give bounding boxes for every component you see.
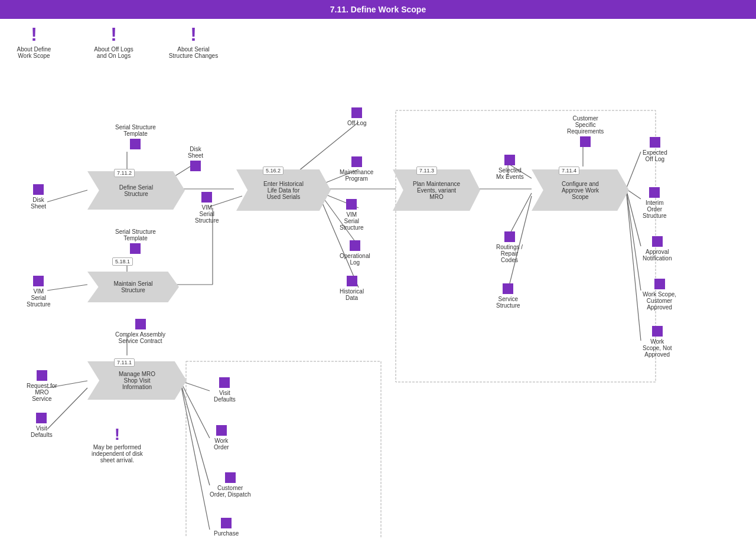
visit-defaults-left-node: VisitDefaults	[31, 413, 53, 438]
interim-order-node: InterimOrderStructure	[643, 187, 667, 219]
svg-line-30	[180, 381, 210, 438]
maintain-serial-shape[interactable]: Maintain SerialStructure	[87, 272, 179, 302]
exclamation-icon-1: !	[31, 25, 37, 44]
legend-area: ! About DefineWork Scope ! About Off Log…	[6, 25, 221, 59]
plan-maintenance-label: Plan MaintenanceEvents, variantMRO	[413, 181, 460, 200]
vim-serial-mid-node: VIMSerialStructure	[195, 192, 219, 224]
may-be-performed-node: ! May be performedindependent of diskshe…	[92, 426, 143, 463]
vim-serial-left-label: VIMSerialStructure	[27, 288, 51, 308]
serial-template-bot-icon	[130, 243, 141, 254]
manage-mro-shape[interactable]: Manage MROShop VisitInformation	[87, 361, 187, 400]
legend-about-off-logs: ! About Off Logsand On Logs	[86, 25, 142, 59]
visit-defaults-right-icon	[219, 377, 230, 388]
work-scope-not-approved-label: WorkScope, NotApproved	[643, 338, 672, 358]
visit-defaults-right-node: VisitDefaults	[214, 377, 236, 403]
customer-specific-icon	[580, 136, 591, 147]
interim-order-label: InterimOrderStructure	[643, 200, 667, 219]
svg-line-0	[47, 190, 87, 202]
complex-assembly-label: Complex AssemblyService Contract	[115, 331, 165, 344]
operational-log-label: OperationalLog	[340, 253, 370, 266]
purchase-order-node: PurchaseOrder,Receive	[214, 518, 239, 537]
svg-line-23	[626, 189, 641, 290]
selected-mx-label: SelectedMx Events	[496, 167, 524, 180]
diagram-area: ! About DefineWork Scope ! About Off Log…	[0, 19, 756, 537]
define-serial-version: 7.11.2	[114, 169, 135, 177]
visit-defaults-left-icon	[36, 413, 47, 423]
serial-template-top-node: Serial StructureTemplate	[115, 124, 156, 149]
may-be-performed-label: May be performedindependent of disksheet…	[92, 444, 143, 463]
maintain-serial-label: Maintain SerialStructure	[113, 280, 152, 293]
vim-serial-right-label: VIMSerialStructure	[340, 211, 364, 231]
enter-historical-shape[interactable]: Enter HistoricalLife Data forUsed Serial…	[236, 169, 331, 211]
vim-serial-left-icon	[33, 276, 44, 286]
visit-defaults-right-label: VisitDefaults	[214, 390, 236, 403]
work-order-icon	[216, 425, 227, 436]
approval-notif-label: ApprovalNotification	[643, 249, 672, 262]
request-mro-icon	[37, 370, 47, 381]
legend-label-2: About Off Logsand On Logs	[94, 46, 133, 59]
serial-template-bot-label-text: Serial StructureTemplate	[115, 228, 156, 241]
maintenance-prog-label: MaintenanceProgram	[340, 169, 373, 182]
legend-label-1: About DefineWork Scope	[17, 46, 51, 59]
configure-approve-version: 7.11.4	[559, 166, 579, 175]
serial-template-bot-node: Serial StructureTemplate	[115, 228, 156, 254]
selected-mx-icon	[504, 155, 515, 165]
svg-line-22	[626, 189, 641, 246]
exclamation-icon-2: !	[110, 25, 117, 44]
off-log-label: Off Log	[347, 120, 367, 126]
expected-off-log-icon	[650, 137, 660, 148]
historical-data-icon	[347, 276, 357, 286]
vim-serial-left-node: VIMSerialStructure	[27, 276, 51, 308]
customer-order-node: CustomerOrder, Dispatch	[210, 472, 250, 498]
vim-serial-mid-icon	[201, 192, 212, 203]
disk-sheet-left-icon	[33, 184, 44, 195]
plan-maintenance-version: 7.11.3	[416, 166, 437, 175]
define-serial-label: Define SerialStructure	[119, 184, 153, 197]
svg-line-20	[626, 152, 641, 189]
svg-rect-33	[396, 110, 656, 382]
disk-sheet-mid-icon	[190, 161, 201, 171]
serial-template-top-icon	[130, 139, 141, 149]
svg-line-18	[508, 193, 532, 237]
customer-order-label: CustomerOrder, Dispatch	[210, 485, 250, 498]
manage-mro-label: Manage MROShop VisitInformation	[119, 371, 155, 390]
expected-off-log-node: ExpectedOff Log	[643, 137, 667, 162]
exclamation-icon-3: !	[190, 25, 197, 44]
work-order-label: WorkOrder	[214, 437, 229, 450]
legend-about-define: ! About DefineWork Scope	[6, 25, 62, 59]
purchase-order-label: PurchaseOrder,Receive	[214, 530, 239, 537]
operational-log-icon	[350, 240, 360, 251]
disk-sheet-mid-label-text: DiskSheet	[188, 146, 203, 159]
visit-defaults-left-label: VisitDefaults	[31, 425, 53, 438]
routings-node: Routings /RepairCodes	[496, 231, 523, 263]
vim-serial-right-node: VIMSerialStructure	[340, 199, 364, 231]
customer-specific-label-text: CustomerSpecificRequirements	[567, 115, 604, 135]
legend-label-3: About SerialStructure Changes	[169, 46, 218, 59]
purchase-order-icon	[221, 518, 232, 528]
disk-sheet-left-node: DiskSheet	[31, 184, 46, 210]
work-scope-approved-label: Work Scope,CustomerApproved	[643, 291, 676, 311]
routings-label: Routings /RepairCodes	[496, 244, 523, 263]
work-scope-approved-icon	[654, 279, 665, 289]
work-scope-approved-node: Work Scope,CustomerApproved	[643, 279, 676, 311]
work-scope-not-approved-icon	[652, 326, 663, 337]
expected-off-log-label: ExpectedOff Log	[643, 149, 667, 162]
selected-mx-node: SelectedMx Events	[496, 155, 524, 180]
legend-about-serial: ! About SerialStructure Changes	[165, 25, 221, 59]
configure-approve-shape[interactable]: Configure andApprove WorkScope	[532, 169, 629, 211]
define-serial-shape[interactable]: Define SerialStructure	[87, 171, 185, 210]
service-structure-node: ServiceStructure	[496, 283, 520, 309]
historical-data-node: HistoricalData	[340, 276, 364, 301]
serial-template-top-label-text: Serial StructureTemplate	[115, 124, 156, 137]
svg-line-1	[47, 285, 87, 290]
disk-sheet-left-label: DiskSheet	[31, 197, 46, 210]
historical-data-label: HistoricalData	[340, 288, 364, 301]
interim-order-icon	[649, 187, 660, 198]
approval-notif-icon	[652, 236, 663, 247]
request-mro-node: Request forMROService	[27, 370, 57, 402]
page-title: 7.11. Define Work Scope	[330, 5, 426, 14]
off-log-icon	[351, 107, 362, 118]
operational-log-node: OperationalLog	[340, 240, 370, 266]
plan-maintenance-shape[interactable]: Plan MaintenanceEvents, variantMRO	[393, 169, 480, 211]
header: 7.11. Define Work Scope	[0, 0, 756, 19]
